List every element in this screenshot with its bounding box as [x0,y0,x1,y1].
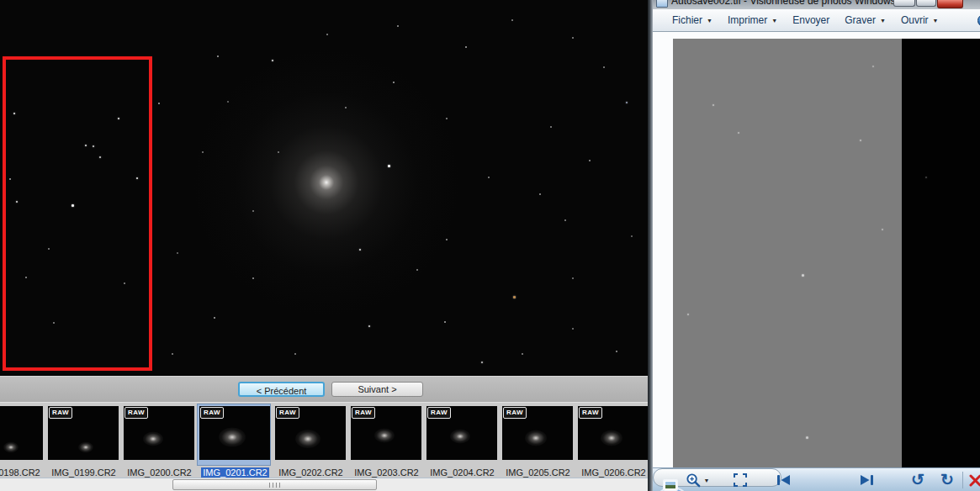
filmstrip-item[interactable]: RAW IMG_0204.CR2 [425,403,500,478]
filmstrip-item[interactable]: RAW IMG_0205.CR2 [501,403,575,478]
menu-graver[interactable]: Graver ▼ [837,12,893,29]
filmstrip-item[interactable]: RAW IMG_0203.CR2 [349,403,424,478]
thumbnail-galaxy [601,430,622,446]
star [572,277,574,279]
thumbnail-galaxy [219,428,246,447]
star [446,239,448,240]
scrollbar-thumb[interactable] [172,479,377,490]
raw-badge: RAW [124,407,148,419]
star [227,101,229,103]
thumbnail-galaxy [3,442,19,453]
menu-envoyer[interactable]: Envoyer [785,12,837,29]
star [550,126,552,128]
rotate-counterclockwise-button[interactable]: ↺ [908,471,927,489]
chevron-down-icon: ▼ [707,18,712,24]
horizontal-scrollbar[interactable] [0,478,652,491]
star [626,102,628,103]
star [48,248,50,250]
filmstrip-filename: IMG_0204.CR2 [428,467,495,478]
chevron-down-icon: ▼ [771,18,777,24]
star [393,82,395,83]
star [272,60,273,61]
star [124,282,125,284]
star [25,277,27,278]
minimize-button[interactable] [893,0,915,7]
star [416,269,418,271]
zoom-button[interactable]: ▼ [683,472,712,488]
filmstrip-filename: IMG_0198.CR2 [0,467,42,478]
scrollbar-grip-icon [269,483,281,488]
photo-viewer-window: Autosave002.tif - Visionneuse de photos … [648,0,980,491]
star [572,328,574,330]
fit-to-window-button[interactable] [732,473,749,488]
menu-fichier[interactable]: Fichier ▼ [665,12,720,29]
star [217,55,219,57]
next-icon [858,473,877,487]
filmstrip-item[interactable]: RAW IMG_0200.CR2 [122,403,197,478]
magnifier-icon [686,473,702,488]
star [85,145,87,146]
star [444,321,446,323]
star [616,351,617,352]
raw-badge: RAW [49,407,72,419]
menu-imprimer[interactable]: Imprimer ▼ [720,12,785,29]
close-button[interactable] [937,0,963,8]
star [359,249,361,251]
thumbnail-image: RAW [48,406,119,460]
star [539,193,541,195]
star [136,177,138,179]
star [860,140,861,141]
thumbnail-galaxy [78,442,93,453]
star [446,118,448,119]
filmstrip-filename: IMG_0201.CR2 [201,467,268,478]
selection-rectangle[interactable] [3,56,152,371]
thumbnail-image: RAW [199,406,270,460]
star [13,113,15,114]
star [481,362,483,363]
star [368,325,370,327]
filmstrip-item[interactable]: RAW IMG_0206.CR2 [576,403,651,478]
menu-label: Envoyer [792,14,829,26]
next-button[interactable]: Suivant > [331,382,423,397]
filmstrip-item[interactable]: RAW IMG_0199.CR2 [46,403,121,478]
star [882,229,883,230]
star [806,436,808,439]
star [326,34,328,35]
filmstrip-item[interactable]: RAW IMG_0202.CR2 [273,403,348,478]
filmstrip-item[interactable]: RAW IMG_0201.CR2 [198,403,273,478]
filmstrip: RAW IMG_0198.CR2 RAW IMG_0199.CR2 RAW [0,402,652,478]
menu-ouvrir[interactable]: Ouvrir ▼ [893,12,946,29]
next-image-button[interactable] [856,473,878,487]
star [158,103,160,104]
raw-badge: RAW [503,407,527,419]
filmstrip-filename: IMG_0202.CR2 [277,467,344,478]
viewer-image-black-region [902,39,980,467]
star [388,165,390,167]
filmstrip-filename: IMG_0205.CR2 [504,467,571,478]
thumbnail-galaxy [450,429,470,443]
previous-image-button[interactable] [772,473,794,487]
star [564,219,566,221]
star [278,151,279,153]
star [9,178,11,180]
filmstrip-filename: IMG_0199.CR2 [50,467,117,478]
thumbnail-image: RAW [426,406,497,460]
menu-label: Fichier [672,14,702,26]
star [93,145,94,147]
thumbnail-image: RAW [124,406,194,460]
star [603,66,605,68]
star [294,353,296,355]
star [631,235,633,237]
delete-button[interactable] [967,473,980,488]
previous-button[interactable]: < Précédent [238,382,325,397]
rotate-clockwise-button[interactable]: ↻ [938,471,956,489]
filmstrip-filename: IMG_0206.CR2 [580,467,647,478]
star [522,353,523,355]
star [177,252,178,254]
maximize-button[interactable] [916,0,936,7]
viewer-image-gray-region [673,39,902,467]
star [687,314,689,315]
star [345,107,347,108]
star [397,25,399,27]
fit-to-window-icon [733,473,748,488]
